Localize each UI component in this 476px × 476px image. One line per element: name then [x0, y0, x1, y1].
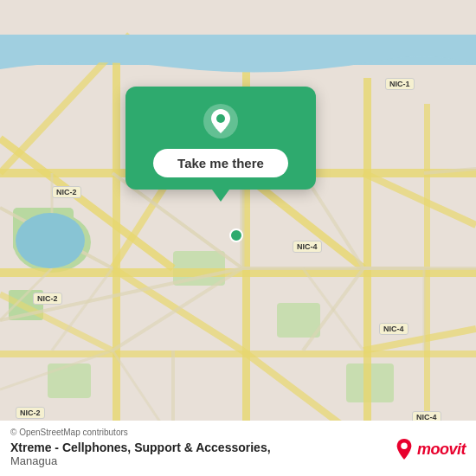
take-me-there-button[interactable]: Take me there — [153, 149, 288, 177]
road-badge-nic4-mid: NIC-4 — [293, 241, 322, 253]
svg-point-48 — [401, 443, 407, 449]
road-badge-nic4-lower: NIC-4 — [379, 323, 408, 335]
moovit-pin-icon — [395, 438, 414, 460]
svg-rect-15 — [363, 78, 371, 441]
location-pin-icon — [202, 102, 240, 140]
map-container: NIC-1 NIC-2 NIC-2 NIC-2 NIC-4 NIC-4 NIC-… — [0, 0, 476, 476]
svg-rect-13 — [113, 35, 120, 441]
svg-point-44 — [16, 213, 85, 268]
road-badge-nic1: NIC-1 — [385, 78, 415, 90]
svg-rect-6 — [277, 303, 320, 338]
popup-card: Take me there — [125, 87, 316, 190]
bottom-bar: © OpenStreetMap contributors Xtreme - Ce… — [0, 421, 476, 476]
moovit-logo: moovit — [395, 438, 466, 460]
svg-rect-8 — [48, 363, 91, 398]
svg-point-45 — [230, 229, 242, 241]
moovit-brand-text: moovit — [417, 441, 466, 459]
road-badge-nic2-lower: NIC-2 — [33, 293, 62, 305]
place-name: Xtreme - Cellphones, Support & Accessori… — [10, 441, 271, 454]
map-background — [0, 0, 476, 476]
road-badge-nic2-mid: NIC-2 — [52, 186, 81, 198]
place-city: Managua — [10, 454, 271, 467]
road-badge-nic2-bottom: NIC-2 — [16, 407, 45, 419]
svg-point-47 — [216, 114, 225, 123]
osm-credit: © OpenStreetMap contributors — [10, 428, 466, 437]
